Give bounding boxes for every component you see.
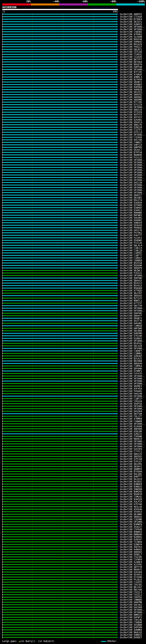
- hit-label[interactable]: UniRef100_C5DEW6: [120, 435, 142, 438]
- hit-row[interactable]: UniRef100_UPI000..: [0, 423, 146, 425]
- hit-alignment-bar[interactable]: [3, 36, 117, 37]
- hit-row[interactable]: UniRef100_Q2N0Y4: [0, 543, 146, 546]
- hit-label[interactable]: UniRef100_Q7PL68: [120, 458, 142, 460]
- hit-label[interactable]: UniRef100_A9UT63: [120, 546, 142, 548]
- hit-label[interactable]: UniRef100_O76190: [120, 335, 142, 337]
- hit-row[interactable]: UniRef100_C5MG42: [0, 496, 146, 498]
- hit-alignment-bar[interactable]: [3, 416, 117, 417]
- hit-row[interactable]: UniRef100_Q58DW5: [0, 239, 146, 242]
- hit-row[interactable]: UniRef100_C5WZW1: [0, 30, 146, 33]
- hit-label[interactable]: UniRef100_A9PB43: [120, 41, 142, 43]
- hit-row[interactable]: UniRef100_C1BL29: [0, 249, 146, 252]
- hit-row[interactable]: UniRef100_C3ZTF1: [0, 128, 146, 131]
- hit-label[interactable]: UniRef100_C1BLC4: [120, 247, 142, 249]
- hit-alignment-bar[interactable]: [3, 536, 117, 537]
- hit-row[interactable]: UniRef100_Q801I4: [0, 108, 146, 111]
- hit-row[interactable]: UniRef100_UPI000..: [0, 28, 146, 30]
- hit-label[interactable]: UniRef100_A9TYC5: [120, 114, 142, 116]
- hit-row[interactable]: UniRef100_B7PFS8: [0, 151, 146, 154]
- hit-alignment-bar[interactable]: [3, 376, 117, 376]
- hit-label[interactable]: UniRef100_Q54XX3: [120, 574, 142, 576]
- hit-row[interactable]: UniRef100_B5X413: [0, 284, 146, 287]
- hit-label[interactable]: UniRef100_C1MPK4: [120, 365, 142, 367]
- hit-row[interactable]: UniRef100_A4S796: [0, 139, 146, 141]
- hit-alignment-bar[interactable]: [3, 526, 117, 527]
- hit-row[interactable]: UniRef100_Q6IQB1: [0, 196, 146, 199]
- hit-alignment-bar[interactable]: [3, 594, 117, 595]
- hit-alignment-bar[interactable]: [3, 56, 117, 57]
- hit-alignment-bar[interactable]: [3, 426, 117, 427]
- hit-row[interactable]: UniRef100_Q8AVX2: [0, 280, 146, 282]
- hit-row[interactable]: UniRef100_C5GCB5: [0, 556, 146, 558]
- hit-label[interactable]: UniRef100_Q6UNT2: [120, 81, 142, 84]
- hit-row[interactable]: UniRef100_Q4CU61: [0, 604, 146, 606]
- hit-alignment-bar[interactable]: [3, 514, 117, 515]
- hit-row[interactable]: UniRef100_A9ZT78: [0, 320, 146, 322]
- hit-alignment-bar[interactable]: [3, 323, 117, 324]
- hit-label[interactable]: UniRef100_B5DGK8: [120, 287, 142, 290]
- hit-label[interactable]: UniRef100_A9PBZ9: [120, 88, 142, 91]
- hit-alignment-bar[interactable]: [3, 403, 117, 404]
- hit-row[interactable]: UniRef100_B5DGH0: [0, 264, 146, 267]
- hit-row[interactable]: UniRef100_A2QRE4: [0, 561, 146, 563]
- hit-row[interactable]: UniRef100_Q3TKR5: [0, 204, 146, 206]
- hit-label[interactable]: UniRef100_Q8ITA8: [120, 412, 142, 415]
- hit-label[interactable]: UniRef100_B5X413: [120, 284, 142, 287]
- hit-label[interactable]: UniRef100_B6JYA7: [120, 586, 142, 588]
- hit-alignment-bar[interactable]: [3, 438, 117, 439]
- hit-alignment-bar[interactable]: [3, 496, 117, 497]
- hit-label[interactable]: UniRef100_B2YHY0: [120, 78, 142, 81]
- hit-alignment-bar[interactable]: [3, 630, 117, 630]
- hit-alignment-bar[interactable]: [3, 373, 117, 374]
- hit-row[interactable]: UniRef100_O74306: [0, 576, 146, 578]
- hit-label[interactable]: UniRef100_C1BF77: [120, 254, 142, 257]
- hit-row[interactable]: UniRef100_B4LQQ5: [0, 473, 146, 476]
- hit-row[interactable]: UniRef100_Q0GN71: [0, 317, 146, 320]
- hit-label[interactable]: UniRef100_Q4N655: [120, 634, 142, 636]
- hit-row[interactable]: UniRef100_B5G1T4: [0, 199, 146, 202]
- hit-row[interactable]: UniRef100_B9WK63: [0, 531, 146, 533]
- hit-label[interactable]: UniRef100_B5XFA1: [120, 342, 142, 345]
- hit-label[interactable]: UniRef100_A2WXX3: [120, 23, 142, 26]
- hit-label[interactable]: UniRef100_P46777: [120, 234, 142, 237]
- hit-label[interactable]: UniRef100_UPI000..: [120, 189, 145, 192]
- hit-alignment-bar[interactable]: [3, 154, 117, 155]
- hit-alignment-bar[interactable]: [3, 504, 117, 505]
- hit-alignment-bar[interactable]: [3, 436, 117, 437]
- hit-label[interactable]: UniRef100_Q6EE82: [120, 455, 142, 458]
- hit-row[interactable]: UniRef100_UPI000..: [0, 192, 146, 194]
- hit-row[interactable]: UniRef100_B0XR75: [0, 568, 146, 571]
- hit-row[interactable]: UniRef100_Q4KTI3: [0, 144, 146, 146]
- hit-alignment-bar[interactable]: [3, 112, 117, 113]
- hit-label[interactable]: UniRef100_P26321: [120, 272, 142, 274]
- hit-alignment-bar[interactable]: [3, 494, 117, 494]
- hit-alignment-bar[interactable]: [3, 187, 117, 188]
- hit-label[interactable]: UniRef100_Q6C4Z8: [120, 345, 142, 347]
- hit-row[interactable]: UniRef100_B8M2C6: [0, 614, 146, 616]
- hit-row[interactable]: UniRef100_Q6UNT2: [0, 81, 146, 84]
- hit-row[interactable]: UniRef100_B6RB96: [0, 154, 146, 156]
- hit-row[interactable]: UniRef100_Q5BEL7: [0, 553, 146, 556]
- hit-alignment-bar[interactable]: [3, 461, 117, 462]
- hit-row[interactable]: UniRef100_A4IB88: [0, 624, 146, 626]
- hit-row[interactable]: UniRef100_Q86LY6: [0, 124, 146, 126]
- hit-row[interactable]: UniRef100_B5X5S8: [0, 262, 146, 264]
- hit-alignment-bar[interactable]: [3, 335, 117, 336]
- hit-alignment-bar[interactable]: [3, 358, 117, 359]
- hit-row[interactable]: UniRef100_Q2N131: [0, 433, 146, 435]
- hit-row[interactable]: UniRef100_Q26481: [0, 118, 146, 121]
- hit-label[interactable]: UniRef100_Q8TFY0: [120, 566, 142, 568]
- hit-label[interactable]: UniRef100_Q59GX9: [120, 224, 142, 226]
- hit-alignment-bar[interactable]: [3, 39, 117, 40]
- hit-row[interactable]: UniRef100_A8E608: [0, 428, 146, 430]
- hit-row[interactable]: UniRef100_A2WXX3: [0, 23, 146, 26]
- hit-row[interactable]: UniRef100_UPI000..: [0, 68, 146, 71]
- hit-label[interactable]: UniRef100_Q1HQU2: [120, 337, 142, 340]
- hit-label[interactable]: UniRef100_Q4CU60: [120, 606, 142, 608]
- hit-row[interactable]: UniRef100_B6TYP7: [0, 58, 146, 61]
- hit-row[interactable]: UniRef100_UPI000..: [0, 443, 146, 445]
- hit-alignment-bar[interactable]: [3, 142, 117, 143]
- hit-alignment-bar[interactable]: [3, 531, 117, 532]
- hit-alignment-bar[interactable]: [3, 612, 117, 613]
- hit-alignment-bar[interactable]: [3, 144, 117, 145]
